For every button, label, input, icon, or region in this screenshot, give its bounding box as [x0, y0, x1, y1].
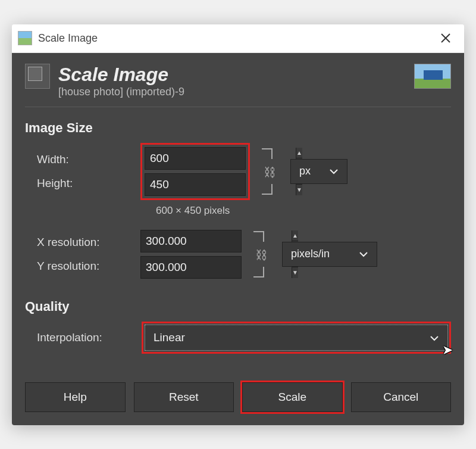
interpolation-label: Interpolation:: [37, 331, 132, 344]
resolution-unit-label: pixels/in: [291, 248, 330, 260]
size-block: Width: Height: ▲ ▼ ▲: [37, 143, 451, 200]
image-size-title: Image Size: [25, 120, 451, 136]
quality-form: Interpolation: Linear ➤: [25, 322, 451, 363]
x-resolution-label: X resolution:: [37, 236, 132, 249]
image-thumbnail: [414, 64, 451, 89]
help-button[interactable]: Help: [25, 382, 126, 412]
app-icon: [18, 31, 32, 45]
interpolation-value: Linear: [154, 331, 185, 344]
interpolation-highlighted: Linear ➤: [142, 322, 451, 354]
interpolation-row: Interpolation: Linear ➤: [37, 322, 451, 354]
chevron-down-icon: [329, 165, 339, 177]
chevron-down-icon: [430, 331, 439, 344]
scale-button[interactable]: Scale: [242, 382, 343, 412]
width-up-icon[interactable]: ▲: [296, 148, 302, 159]
resolution-inputs: ▲ ▼ ▲ ▼: [140, 230, 242, 279]
width-label: Width:: [37, 153, 132, 166]
quality-title: Quality: [25, 299, 451, 314]
x-resolution-spinbox[interactable]: ▲ ▼: [140, 230, 242, 252]
dialog-body: Scale Image [house photo] (imported)-9 I…: [12, 53, 464, 425]
dialog-subtitle: [house photo] (imported)-9: [58, 86, 406, 98]
y-resolution-spinbox[interactable]: ▲ ▼: [140, 256, 242, 279]
height-down-icon[interactable]: ▼: [296, 185, 302, 195]
xres-up-icon[interactable]: ▲: [292, 230, 298, 242]
chevron-down-icon: [359, 248, 368, 260]
size-labels: Width: Height:: [37, 153, 132, 190]
window-title: Scale Image: [38, 32, 433, 45]
interpolation-dropdown[interactable]: Linear: [145, 325, 448, 351]
resolution-labels: X resolution: Y resolution:: [37, 236, 132, 273]
resolution-chain-link[interactable]: ⛓: [253, 231, 270, 277]
y-resolution-label: Y resolution:: [37, 260, 132, 273]
width-spinbox[interactable]: ▲ ▼: [145, 147, 246, 170]
size-unit-label: px: [299, 165, 311, 177]
pixel-dimensions-note: 600 × 450 pixels: [156, 205, 451, 217]
scale-image-dialog: Scale Image Scale Image [house photo] (i…: [12, 24, 464, 425]
dialog-title: Scale Image: [58, 64, 406, 86]
resolution-link-column: ⛓: [250, 231, 274, 277]
size-inputs-highlighted: ▲ ▼ ▲ ▼: [140, 143, 250, 200]
close-icon: [440, 33, 451, 43]
yres-down-icon[interactable]: ▼: [292, 267, 298, 278]
chain-link-icon: ⛓: [255, 248, 267, 262]
close-button[interactable]: [433, 26, 458, 51]
reset-button[interactable]: Reset: [134, 382, 234, 412]
dialog-header: Scale Image [house photo] (imported)-9: [25, 64, 451, 107]
size-unit-dropdown[interactable]: px: [290, 159, 347, 184]
chain-link-icon: ⛓: [264, 166, 275, 179]
resolution-unit-dropdown[interactable]: pixels/in: [282, 242, 377, 267]
cancel-button[interactable]: Cancel: [351, 382, 452, 412]
height-spinbox[interactable]: ▲ ▼: [145, 173, 246, 196]
size-link-column: ⛓: [258, 148, 282, 195]
titlebar: Scale Image: [12, 24, 464, 53]
button-row: Help Reset Scale Cancel: [25, 382, 451, 412]
size-chain-link[interactable]: ⛓: [262, 148, 278, 195]
resolution-block: X resolution: Y resolution: ▲ ▼: [37, 230, 451, 279]
header-titles: Scale Image [house photo] (imported)-9: [58, 64, 406, 98]
scale-icon: [25, 64, 50, 89]
height-label: Height:: [37, 177, 132, 190]
image-size-form: Width: Height: ▲ ▼ ▲: [25, 143, 451, 288]
